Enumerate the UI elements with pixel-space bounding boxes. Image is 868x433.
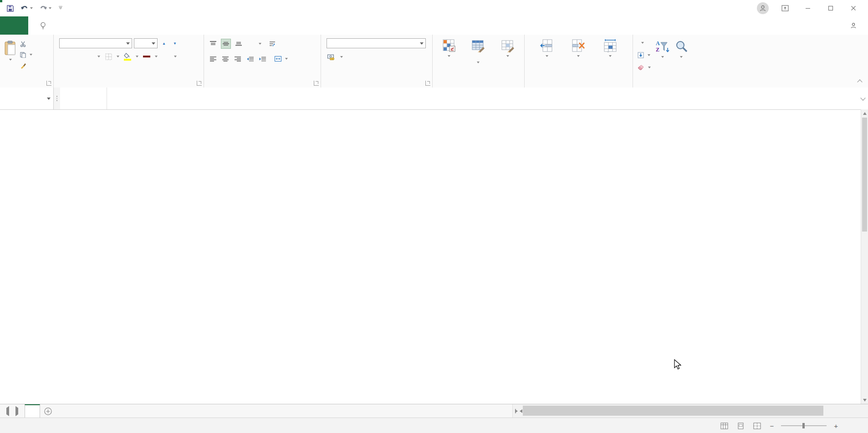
- wrap-text-button[interactable]: [269, 38, 277, 49]
- align-left-button[interactable]: [209, 54, 218, 63]
- align-right-button[interactable]: [233, 54, 242, 63]
- redo-dropdown-arrow[interactable]: [49, 7, 51, 9]
- zoom-in-button[interactable]: +: [832, 422, 840, 430]
- copy-dropdown-arrow[interactable]: [30, 54, 32, 56]
- share-button[interactable]: [850, 16, 868, 35]
- paste-button[interactable]: [4, 37, 17, 71]
- page-break-view-button[interactable]: [751, 421, 762, 430]
- sheet-nav-next-button[interactable]: [15, 408, 18, 414]
- tab-file[interactable]: [0, 16, 28, 35]
- expand-formula-bar-button[interactable]: [858, 88, 868, 109]
- clipboard-dialog-launcher[interactable]: [46, 81, 51, 86]
- vertical-scroll-thumb[interactable]: [862, 118, 867, 232]
- minimize-button[interactable]: [802, 2, 814, 14]
- avatar[interactable]: [757, 2, 769, 14]
- fill-dropdown-arrow[interactable]: [648, 54, 650, 56]
- align-top-button[interactable]: [209, 39, 218, 48]
- bold-button[interactable]: [59, 52, 68, 61]
- italic-button[interactable]: [72, 52, 81, 61]
- delete-dropdown-arrow[interactable]: [577, 55, 580, 57]
- number-dialog-launcher[interactable]: [425, 81, 430, 86]
- borders-dropdown-arrow[interactable]: [117, 56, 119, 57]
- font-color-dropdown-arrow[interactable]: [155, 56, 158, 57]
- zoom-slider[interactable]: [781, 425, 827, 426]
- orientation-dropdown-arrow[interactable]: [259, 43, 261, 45]
- comma-style-button[interactable]: [361, 52, 370, 62]
- increase-indent-button[interactable]: [258, 54, 267, 63]
- conditional-formatting-button[interactable]: [442, 36, 456, 63]
- find-select-dropdown-arrow[interactable]: [680, 56, 683, 58]
- undo-dropdown-arrow[interactable]: [30, 7, 33, 9]
- accounting-dropdown-arrow[interactable]: [340, 56, 343, 58]
- cell-styles-dropdown-arrow[interactable]: [506, 55, 509, 57]
- redo-button[interactable]: [39, 5, 51, 12]
- paste-dropdown-arrow[interactable]: [9, 59, 12, 61]
- save-button[interactable]: [6, 5, 14, 12]
- font-color-button[interactable]: [142, 52, 151, 61]
- sheet-tab-sheet1[interactable]: [25, 404, 40, 418]
- normal-view-button[interactable]: [719, 421, 730, 430]
- phonetic-dropdown-arrow[interactable]: [174, 56, 177, 57]
- grow-font-button[interactable]: ▲: [159, 39, 168, 48]
- font-size-combo[interactable]: [134, 38, 158, 48]
- formula-input[interactable]: [107, 88, 858, 109]
- qat-customize-button[interactable]: [58, 6, 63, 10]
- autosum-button[interactable]: [638, 37, 651, 48]
- find-select-button[interactable]: [674, 36, 688, 73]
- sort-filter-button[interactable]: AZ: [655, 36, 670, 73]
- new-sheet-button[interactable]: [40, 404, 56, 418]
- format-dropdown-arrow[interactable]: [609, 55, 612, 57]
- align-center-button[interactable]: [221, 54, 230, 63]
- scroll-down-button[interactable]: [861, 396, 868, 404]
- format-as-table-dropdown-arrow[interactable]: [477, 62, 480, 63]
- phonetic-button[interactable]: [161, 52, 170, 61]
- zoom-out-button[interactable]: −: [768, 422, 776, 430]
- decrease-indent-button[interactable]: [245, 54, 255, 63]
- merge-center-dropdown-arrow[interactable]: [285, 58, 288, 60]
- merge-center-button[interactable]: [275, 53, 288, 64]
- tell-me-search[interactable]: [40, 16, 49, 35]
- underline-dropdown-arrow[interactable]: [97, 56, 100, 57]
- orientation-button[interactable]: [245, 37, 257, 50]
- format-painter-button[interactable]: [20, 60, 32, 71]
- fill-color-dropdown-arrow[interactable]: [136, 56, 138, 57]
- ribbon-display-options-button[interactable]: [779, 2, 791, 14]
- horizontal-scroll-thumb[interactable]: [523, 406, 823, 416]
- name-box[interactable]: [0, 88, 54, 109]
- collapse-ribbon-button[interactable]: [858, 82, 862, 84]
- fill-color-button[interactable]: [123, 52, 132, 61]
- decrease-decimal-button[interactable]: [391, 52, 400, 62]
- alignment-dialog-launcher[interactable]: [314, 81, 319, 86]
- underline-button[interactable]: [85, 52, 94, 61]
- accounting-format-button[interactable]: [327, 52, 336, 62]
- sheet-nav-prev-button[interactable]: [6, 408, 9, 414]
- formula-bar-resize-handle[interactable]: [54, 88, 60, 109]
- undo-button[interactable]: [20, 5, 33, 12]
- scroll-right-button[interactable]: [513, 407, 520, 415]
- cell-styles-button[interactable]: [501, 36, 515, 63]
- font-name-combo[interactable]: [59, 38, 132, 48]
- vertical-scrollbar[interactable]: [861, 109, 868, 404]
- zoom-slider-knob[interactable]: [802, 423, 805, 428]
- delete-cells-button[interactable]: [572, 36, 585, 57]
- font-dialog-launcher[interactable]: [197, 81, 202, 86]
- page-layout-view-button[interactable]: [735, 421, 746, 430]
- conditional-formatting-dropdown-arrow[interactable]: [448, 55, 450, 57]
- horizontal-scrollbar[interactable]: [512, 404, 868, 418]
- align-middle-button[interactable]: [221, 39, 231, 49]
- format-cells-button[interactable]: [603, 36, 617, 57]
- name-box-dropdown-arrow[interactable]: [47, 98, 51, 100]
- copy-button[interactable]: [20, 49, 32, 60]
- align-bottom-button[interactable]: [234, 39, 243, 48]
- format-as-table-button[interactable]: [471, 36, 485, 63]
- scroll-up-button[interactable]: [861, 109, 868, 117]
- insert-dropdown-arrow[interactable]: [546, 55, 548, 57]
- borders-button[interactable]: [104, 52, 113, 61]
- increase-decimal-button[interactable]: [378, 52, 387, 62]
- autosum-dropdown-arrow[interactable]: [641, 42, 644, 44]
- clear-dropdown-arrow[interactable]: [648, 67, 651, 68]
- close-button[interactable]: [847, 2, 860, 14]
- insert-cells-button[interactable]: [540, 36, 554, 57]
- sort-filter-dropdown-arrow[interactable]: [661, 56, 664, 58]
- percent-style-button[interactable]: [347, 52, 357, 62]
